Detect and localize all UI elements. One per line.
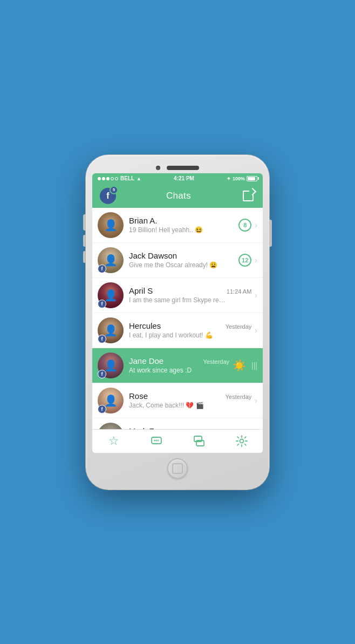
fb-badge: 5 (110, 186, 118, 194)
chat-time-mark: Tuesday (229, 429, 252, 429)
chat-list: 👤 Brian A. 19 Billion! Hell yeahh.. 😆 8 … (92, 208, 263, 429)
star-icon: ☆ (108, 434, 119, 448)
carrier-label: BELL (120, 175, 134, 181)
avatar-wrap-rose: 👤 f (98, 388, 124, 413)
home-button-inner (172, 463, 183, 474)
avatar-mark: 👤 (98, 423, 124, 429)
chat-content-jane: Jane Doe Yesterday At work since ages :D (129, 356, 229, 374)
chat-name-april: April S (129, 286, 153, 295)
compose-button[interactable] (241, 189, 255, 203)
chevron-april: › (255, 291, 257, 300)
chat-bubble-icon (151, 435, 162, 447)
avatar-wrap-april: 👤 f (98, 282, 124, 308)
settings-icon (236, 435, 248, 447)
chat-item-brian[interactable]: 👤 Brian A. 19 Billion! Hell yeahh.. 😆 8 … (92, 208, 263, 243)
chat-name-jack: Jack Dawson (129, 251, 177, 260)
status-time: 4:21 PM (174, 175, 194, 181)
status-left: BELL ▲ (98, 175, 141, 181)
phone-device: BELL ▲ 4:21 PM ✦ 100% f 5 Chats (86, 155, 269, 490)
chat-top-mark: Mark Z. Tuesday (129, 426, 251, 429)
tab-settings[interactable] (220, 435, 263, 447)
home-button[interactable] (167, 458, 188, 479)
avatar-brian-face: 👤 (98, 212, 124, 238)
bluetooth-icon: ✦ (227, 176, 231, 181)
chat-item-hercules[interactable]: 👤 f Hercules Yesterday I eat, I play and… (92, 313, 263, 348)
phone-top-bar (92, 161, 263, 173)
tab-chats[interactable] (178, 435, 220, 447)
volume-up-button[interactable] (83, 235, 85, 247)
status-right: ✦ 100% (227, 176, 257, 181)
svg-point-1 (154, 440, 155, 441)
status-bar: BELL ▲ 4:21 PM ✦ 100% (92, 173, 263, 184)
avatar-wrap-brian: 👤 (98, 212, 124, 238)
chat-right-rose: › (255, 396, 257, 405)
tab-favorites[interactable]: ☆ (92, 434, 135, 448)
avatar-wrap-mark: 👤 (98, 423, 124, 429)
chat-preview-hercules: I eat, I play and I workout! 💪 (129, 331, 226, 339)
chat-item-jane[interactable]: 👤 f Jane Doe Yesterday At work since age… (92, 348, 263, 383)
chat-time-hercules: Yesterday (226, 323, 252, 330)
chat-top-jack: Jack Dawson (129, 251, 235, 260)
avatar-wrap-hercules: 👤 f (98, 317, 124, 343)
tab-messages[interactable] (135, 435, 178, 447)
chat-content-brian: Brian A. 19 Billion! Hell yeahh.. 😆 (129, 216, 235, 234)
chevron-hercules: › (255, 326, 257, 335)
chat-name-brian: Brian A. (129, 216, 158, 225)
chat-top-hercules: Hercules Yesterday (129, 321, 251, 330)
volume-down-button[interactable] (83, 251, 85, 263)
phone-bottom (92, 453, 263, 483)
battery-label: 100% (233, 176, 245, 181)
chat-name-mark: Mark Z. (129, 426, 156, 429)
chevron-jane: ||| (251, 361, 257, 370)
front-camera (156, 166, 160, 170)
phone-screen: BELL ▲ 4:21 PM ✦ 100% f 5 Chats (92, 173, 263, 453)
chat-preview-brian: 19 Billion! Hell yeahh.. 😆 (129, 226, 226, 234)
signal-dot-1 (98, 177, 101, 180)
chat-preview-jack: Give me the Oscar already! 😩 (129, 261, 226, 269)
chat-item-mark[interactable]: 👤 Mark Z. Tuesday WhatsApp expired, boug… (92, 418, 263, 429)
avatar-wrap-jack: 👤 f (98, 247, 124, 273)
battery-tip (258, 177, 259, 180)
chat-preview-jane: At work since ages :D (129, 367, 226, 374)
nav-bar: f 5 Chats (92, 184, 263, 208)
fb-icon-button[interactable]: f 5 (100, 188, 116, 204)
chat-right-jack: 12 › (238, 254, 257, 267)
chat-top-april: April S 11:24 AM (129, 286, 251, 295)
chat-content-april: April S 11:24 AM I am the same girl frm … (129, 286, 251, 304)
svg-point-6 (240, 439, 243, 443)
chat-item-rose[interactable]: 👤 f Rose Yesterday Jack, Come back!!! 💔 … (92, 383, 263, 418)
chat-content-jack: Jack Dawson Give me the Oscar already! 😩 (129, 251, 235, 269)
chat-right-jane: ☀️ ||| (233, 359, 257, 372)
sun-emoji-jane: ☀️ (233, 359, 246, 372)
chevron-jack: › (255, 256, 257, 265)
chat-right-brian: 8 › (238, 219, 257, 232)
earpiece-speaker (167, 166, 199, 170)
avatar-wrap-jane: 👤 f (98, 352, 124, 378)
chat-preview-rose: Jack, Come back!!! 💔 🎬 (129, 402, 226, 409)
chat-name-jane: Jane Doe (129, 356, 163, 365)
avatar-mark-face: 👤 (98, 423, 124, 429)
chat-top-rose: Rose Yesterday (129, 391, 251, 401)
fb-badge-hercules: f (98, 335, 106, 343)
chat-time-rose: Yesterday (226, 394, 252, 400)
svg-point-2 (155, 440, 156, 441)
chat-content-hercules: Hercules Yesterday I eat, I play and I w… (129, 321, 251, 339)
fb-letter: f (106, 191, 109, 201)
fb-badge-april: f (98, 300, 106, 308)
chat-top-brian: Brian A. (129, 216, 235, 225)
fb-badge-rose: f (98, 405, 106, 413)
chat-item-jack[interactable]: 👤 f Jack Dawson Give me the Oscar alread… (92, 243, 263, 278)
fb-badge-jack: f (98, 265, 106, 273)
svg-point-3 (157, 440, 158, 441)
signal-dot-4 (111, 177, 114, 180)
signal-dots (98, 177, 118, 180)
mute-button[interactable] (83, 219, 85, 228)
chat-top-jane: Jane Doe Yesterday (129, 356, 229, 365)
chat-time-jane: Yesterday (203, 358, 230, 365)
chat-item-april[interactable]: 👤 f April S 11:24 AM I am the same girl … (92, 278, 263, 313)
nav-title: Chats (166, 191, 191, 201)
compose-icon (243, 191, 254, 201)
battery-icon (247, 176, 257, 181)
fb-badge-jane: f (98, 370, 106, 378)
tab-bar: ☆ (92, 429, 263, 453)
